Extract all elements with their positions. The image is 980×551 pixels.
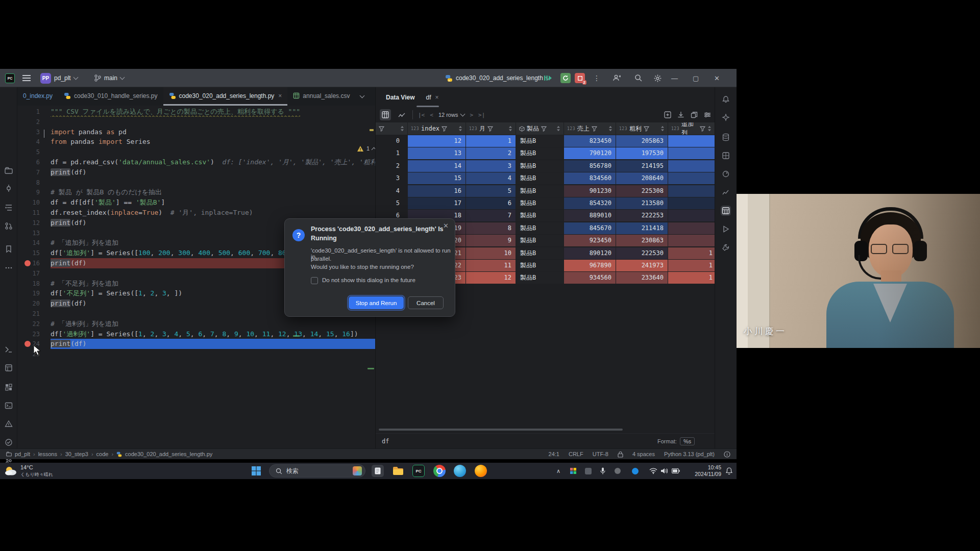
cell-extra[interactable] [668, 135, 715, 147]
cell-profit[interactable]: 225308 [616, 185, 668, 197]
filter-icon[interactable] [700, 126, 705, 132]
cell-extra[interactable] [668, 210, 715, 221]
column-header-売上[interactable]: 123売上 [564, 122, 616, 135]
more-actions-button[interactable]: ⋮ [593, 69, 600, 87]
run-tool-icon[interactable] [721, 224, 731, 234]
next-page-button[interactable]: > [470, 112, 473, 118]
cell-month[interactable]: 6 [466, 197, 516, 209]
notifications-icon[interactable] [721, 94, 731, 105]
cell-month[interactable]: 7 [466, 210, 516, 221]
cell-profit[interactable]: 233640 [616, 272, 668, 284]
cell-sales[interactable]: 834560 [564, 172, 616, 184]
filter-icon[interactable] [442, 126, 447, 132]
cell-extra[interactable] [668, 222, 715, 234]
editor-tab-code30_020_add_series_length.py[interactable]: code30_020_add_series_length.py× [163, 87, 288, 106]
rerun-button[interactable] [560, 69, 571, 87]
sort-icon[interactable] [458, 126, 462, 132]
python-packages-icon[interactable] [4, 363, 14, 373]
cell-extra[interactable] [668, 172, 715, 184]
cell-product[interactable]: 製品B [516, 260, 564, 271]
cell-month[interactable]: 10 [466, 247, 516, 259]
onedrive-icon[interactable] [632, 467, 639, 475]
cell-product[interactable]: 製品B [516, 160, 564, 172]
wifi-icon[interactable] [649, 467, 657, 475]
cell-profit[interactable]: 208640 [616, 172, 668, 184]
cell-product[interactable]: 製品B [516, 272, 564, 284]
view-settings-icon[interactable] [704, 111, 711, 118]
cell-index[interactable]: 16 [408, 185, 465, 197]
clock-widget[interactable]: 10:45 2024/11/09 [695, 464, 721, 478]
terminal-icon[interactable] [4, 400, 14, 411]
speaker-icon[interactable] [660, 467, 668, 475]
breadcrumb-item[interactable]: code [96, 451, 109, 457]
todo-icon[interactable] [4, 437, 14, 447]
pycharm-app-icon[interactable]: PC [412, 465, 425, 477]
column-header-月[interactable]: 123月 [466, 122, 516, 135]
close-icon[interactable]: × [435, 94, 439, 101]
tray-expand-button[interactable]: ∧ [556, 467, 560, 475]
tray-app2-icon[interactable] [585, 467, 592, 475]
problems-icon[interactable] [4, 419, 14, 429]
filter-icon[interactable] [379, 126, 384, 132]
column-header-index[interactable]: 123index [408, 122, 466, 135]
cell-product[interactable]: 製品B [516, 222, 564, 234]
column-header-粗利[interactable]: 123粗利 [616, 122, 668, 135]
start-button[interactable] [250, 465, 262, 477]
cell-sales[interactable]: 901230 [564, 185, 616, 197]
file-explorer-icon[interactable] [392, 465, 404, 477]
stop-button[interactable]: 2 [575, 69, 585, 87]
notepad-app-icon[interactable] [372, 465, 384, 477]
run-configuration-widget[interactable]: code30_020_add_series_length [445, 69, 550, 87]
tray-dim-icon[interactable] [615, 467, 621, 475]
breadcrumb[interactable]: pd_plt›lessons›30_step3›code›code30_020_… [6, 451, 212, 457]
dependencies-icon[interactable] [721, 151, 731, 161]
cell-month[interactable]: 11 [466, 260, 516, 271]
cell-month[interactable]: 1 [466, 135, 516, 147]
cell-sales[interactable]: 790120 [564, 147, 616, 159]
format-value-field[interactable]: %s [680, 437, 695, 445]
cell-extra[interactable] [668, 147, 715, 159]
filter-icon[interactable] [487, 126, 493, 132]
cell-index[interactable]: 14 [408, 160, 465, 172]
cell-sales[interactable]: 889010 [564, 210, 616, 221]
last-page-button[interactable]: >| [478, 112, 485, 118]
dont-show-checkbox[interactable] [311, 277, 318, 284]
edge-icon[interactable] [454, 465, 466, 477]
minimize-button[interactable]: — [671, 69, 685, 87]
search-everywhere-button[interactable] [634, 69, 643, 87]
editor-tab-code30_010_handle_series.py[interactable]: code30_010_handle_series.py [58, 87, 163, 106]
close-icon[interactable]: ✕ [443, 222, 449, 230]
cell-extra[interactable] [668, 197, 715, 209]
stop-and-rerun-button[interactable]: Stop and Rerun [349, 296, 404, 309]
database-icon[interactable] [721, 132, 731, 142]
filter-icon[interactable] [541, 126, 547, 132]
cell-extra[interactable]: 1 [668, 272, 715, 284]
lock-icon[interactable] [618, 451, 623, 458]
sort-icon[interactable] [400, 126, 404, 132]
breadcrumb-item[interactable]: 30_step3 [65, 451, 88, 457]
python-interpreter[interactable]: Python 3.13 (pd_plt) [664, 451, 715, 457]
commit-icon[interactable] [4, 183, 14, 193]
services-icon[interactable] [4, 382, 14, 392]
structure-icon[interactable] [4, 203, 14, 213]
battery-icon[interactable] [672, 467, 680, 475]
file-encoding[interactable]: UTF-8 [593, 451, 608, 457]
project-widget[interactable]: PP pd_plt [40, 69, 78, 87]
cell-profit[interactable]: 222253 [616, 210, 668, 221]
cell-sales[interactable]: 845670 [564, 222, 616, 234]
branch-widget[interactable]: main [94, 69, 124, 87]
close-icon[interactable]: × [278, 92, 282, 99]
cell-product[interactable]: 製品B [516, 247, 564, 259]
close-button[interactable]: ✕ [714, 69, 728, 87]
cell-profit[interactable]: 211418 [616, 222, 668, 234]
microphone-icon[interactable] [600, 467, 605, 475]
breadcrumb-item[interactable]: lessons [38, 451, 57, 457]
cell-sales[interactable]: 923450 [564, 235, 616, 246]
breakpoint-icon[interactable] [24, 260, 31, 266]
maximize-button[interactable]: ▢ [693, 69, 707, 87]
cell-extra[interactable] [668, 185, 715, 197]
cell-product[interactable]: 製品B [516, 235, 564, 246]
weather-widget[interactable]: 14°C くもり時々晴れ [4, 464, 53, 478]
cell-month[interactable]: 4 [466, 172, 516, 184]
tab-df[interactable]: df × [426, 94, 438, 101]
